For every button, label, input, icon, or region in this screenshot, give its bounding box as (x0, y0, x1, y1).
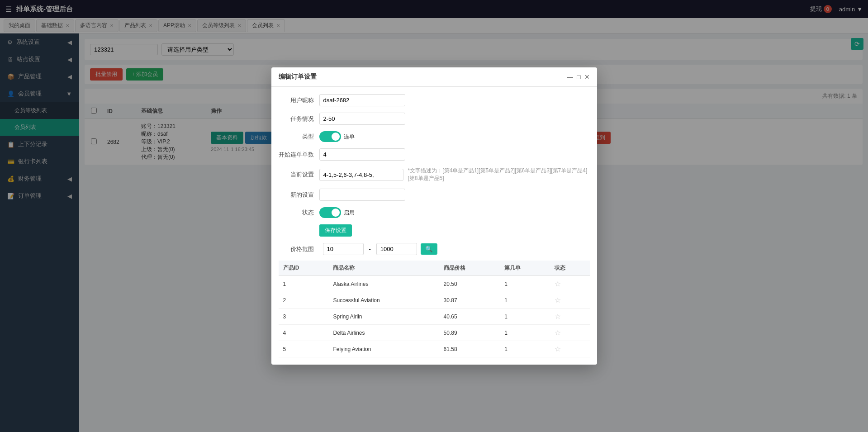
product-id: 2 (279, 292, 329, 309)
modal-body: 用户昵称 任务情况 类型 连单 (271, 87, 597, 365)
product-table-row: 2 Successful Aviation 30.87 1 ☆ (279, 292, 590, 309)
product-name: Alaska Airlines (328, 276, 439, 292)
task-label: 任务情况 (279, 115, 319, 123)
type-toggle[interactable] (319, 131, 341, 142)
modal-maximize-btn[interactable]: □ (577, 73, 580, 81)
status-star-icon[interactable]: ☆ (555, 313, 561, 320)
product-id: 1 (279, 276, 329, 292)
current-setting-input[interactable] (319, 169, 403, 181)
product-table-row: 3 Spring Airlin 40.65 1 ☆ (279, 309, 590, 325)
product-name: Spring Airlin (328, 309, 439, 325)
type-toggle-wrap: 连单 (319, 131, 355, 142)
status-toggle[interactable] (319, 207, 341, 218)
products-table-body: 1 Alaska Airlines 20.50 1 ☆ 2 Successful… (279, 276, 590, 357)
product-name: Feiying Aviation (328, 341, 439, 357)
product-price: 61.58 (439, 341, 500, 357)
type-toggle-label: 连单 (344, 133, 355, 141)
th-product-id: 产品ID (279, 261, 329, 276)
product-status: ☆ (550, 276, 589, 292)
form-row-type: 类型 连单 (279, 131, 590, 142)
username-label: 用户昵称 (279, 96, 319, 104)
product-table-row: 4 Delta Airlines 50.89 1 ☆ (279, 325, 590, 341)
product-id: 5 (279, 341, 329, 357)
price-from-input[interactable] (323, 243, 364, 255)
products-table: 产品ID 商品名称 商品价格 第几单 状态 1 Alaska Airlines … (279, 261, 590, 357)
username-input[interactable] (319, 94, 405, 106)
price-range-label: 价格范围 (279, 245, 319, 253)
product-id: 3 (279, 309, 329, 325)
product-order-num: 1 (500, 325, 550, 341)
product-order-num: 1 (500, 309, 550, 325)
product-order-num: 1 (500, 341, 550, 357)
form-row-status: 状态 启用 (279, 207, 590, 218)
modal-overlay: 编辑订单设置 — □ ✕ 用户昵称 任务情况 类型 (0, 0, 868, 432)
product-price: 30.87 (439, 292, 500, 309)
product-status: ☆ (550, 341, 589, 357)
status-toggle-wrap: 启用 (319, 207, 355, 218)
th-order-num: 第几单 (500, 261, 550, 276)
product-price: 50.89 (439, 325, 500, 341)
edit-order-modal: 编辑订单设置 — □ ✕ 用户昵称 任务情况 类型 (271, 67, 597, 365)
status-star-icon[interactable]: ☆ (555, 280, 561, 288)
product-price: 20.50 (439, 276, 500, 292)
th-product-price: 商品价格 (439, 261, 500, 276)
new-setting-label: 新的设置 (279, 191, 319, 199)
current-setting-label: 当前设置 (279, 171, 319, 179)
form-row-start-count: 开始连单单数 (279, 148, 590, 161)
new-setting-input[interactable] (319, 189, 405, 201)
product-order-num: 1 (500, 292, 550, 309)
modal-minimize-btn[interactable]: — (567, 73, 573, 81)
price-range-row: 价格范围 - 🔍 (279, 243, 590, 255)
product-order-num: 1 (500, 276, 550, 292)
th-status: 状态 (550, 261, 589, 276)
product-name: Delta Airlines (328, 325, 439, 341)
status-toggle-label: 启用 (344, 209, 355, 217)
product-table-row: 5 Feiying Aviation 61.58 1 ☆ (279, 341, 590, 357)
form-row-current-setting: 当前设置 *文字描述为：[第4单是产品1][第5单是产品2][第6单是产品3][… (279, 167, 590, 182)
form-row-save: 保存设置 (279, 224, 590, 237)
price-to-input[interactable] (376, 243, 417, 255)
modal-header-icons: — □ ✕ (567, 73, 589, 81)
status-toggle-slider (319, 207, 341, 218)
product-price: 40.65 (439, 309, 500, 325)
product-status: ☆ (550, 309, 589, 325)
status-label: 状态 (279, 209, 319, 217)
status-star-icon[interactable]: ☆ (555, 296, 561, 304)
status-star-icon[interactable]: ☆ (555, 329, 561, 337)
product-status: ☆ (550, 292, 589, 309)
type-label: 类型 (279, 133, 319, 141)
th-product-name: 商品名称 (328, 261, 439, 276)
product-table-row: 1 Alaska Airlines 20.50 1 ☆ (279, 276, 590, 292)
form-row-task: 任务情况 (279, 113, 590, 125)
modal-title: 编辑订单设置 (279, 73, 317, 81)
price-search-btn[interactable]: 🔍 (421, 243, 437, 255)
form-row-username: 用户昵称 (279, 94, 590, 106)
price-separator: - (367, 246, 373, 252)
status-star-icon[interactable]: ☆ (555, 345, 561, 353)
product-id: 4 (279, 325, 329, 341)
products-table-header: 产品ID 商品名称 商品价格 第几单 状态 (279, 261, 590, 276)
start-count-label: 开始连单单数 (279, 151, 319, 159)
task-input[interactable] (319, 113, 405, 125)
start-count-input[interactable] (319, 148, 405, 161)
save-settings-btn[interactable]: 保存设置 (319, 224, 352, 237)
modal-close-btn[interactable]: ✕ (584, 73, 590, 81)
form-row-new-setting: 新的设置 (279, 189, 590, 201)
type-toggle-slider (319, 131, 341, 142)
product-name: Successful Aviation (328, 292, 439, 309)
current-setting-note: *文字描述为：[第4单是产品1][第5单是产品2][第6单是产品3][第7单是产… (408, 167, 590, 182)
product-status: ☆ (550, 325, 589, 341)
modal-header: 编辑订单设置 — □ ✕ (271, 67, 597, 87)
